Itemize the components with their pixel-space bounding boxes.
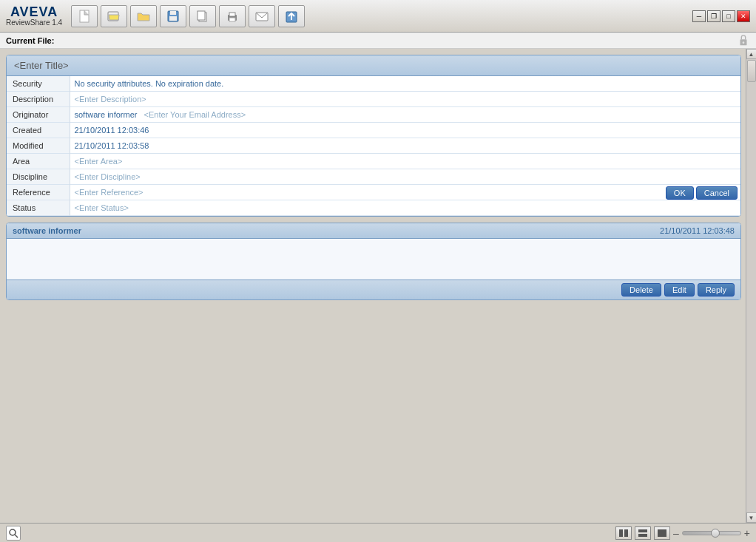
scroll-track[interactable] [746, 59, 756, 512]
area-placeholder: <Enter Area> [75, 157, 123, 166]
svg-rect-4 [170, 11, 176, 15]
status-value[interactable]: <Enter Status> [70, 200, 740, 216]
comment-section: software informer 21/10/2011 12:03:48 De… [6, 223, 741, 300]
main-scrollbar[interactable]: ▲ ▼ [746, 49, 756, 523]
maximize-button[interactable]: □ [722, 10, 735, 22]
modified-row: Modified 21/10/2011 12:03:58 [7, 138, 740, 154]
comment-timestamp: 21/10/2011 12:03:48 [660, 226, 735, 235]
search-button[interactable] [6, 526, 21, 541]
status-bar: – + [0, 523, 756, 542]
form-title-row[interactable]: <Enter Title> [7, 55, 740, 76]
svg-marker-2 [109, 15, 119, 20]
reference-row: Reference <Enter Reference> OK Cancel [7, 185, 740, 200]
modified-date: 21/10/2011 12:03:58 [75, 141, 149, 150]
zoom-slider[interactable] [682, 531, 741, 535]
status-bar-right: – + [615, 526, 750, 540]
discipline-row: Discipline <Enter Discipline> [7, 169, 740, 185]
toolbar-new-btn[interactable] [71, 5, 98, 27]
discipline-label: Discipline [7, 169, 70, 185]
toolbar-copy-btn[interactable] [189, 5, 216, 27]
view-btn-1[interactable] [615, 526, 632, 540]
description-label: Description [7, 92, 70, 107]
created-row: Created 21/10/2011 12:03:46 [7, 123, 740, 138]
ok-button[interactable]: OK [666, 186, 694, 200]
svg-rect-5 [169, 16, 177, 21]
toolbar-export-btn[interactable] [278, 5, 305, 27]
reference-label: Reference [7, 185, 70, 200]
zoom-plus-icon[interactable]: + [744, 527, 750, 539]
description-value[interactable]: <Enter Description> [70, 92, 740, 107]
originator-row: Originator software informer <Enter Your… [7, 107, 740, 123]
lock-icon [737, 34, 750, 47]
status-row: Status <Enter Status> [7, 200, 740, 216]
main-wrapper: <Enter Title> Security No security attri… [0, 49, 756, 523]
area-label: Area [7, 154, 70, 169]
status-label: Status [7, 200, 70, 216]
originator-label: Originator [7, 107, 70, 123]
form-table: Security No security attributes. No expi… [7, 76, 740, 216]
comment-body [7, 239, 740, 280]
discipline-placeholder: <Enter Discipline> [75, 172, 141, 181]
scroll-thumb[interactable] [747, 60, 756, 82]
title-bar-left: AVEVA ReviewShare 1.4 [6, 5, 305, 27]
current-file-label: Current File: [6, 36, 54, 45]
reference-value[interactable]: <Enter Reference> OK Cancel [70, 185, 740, 200]
title-bar: AVEVA ReviewShare 1.4 ─ ❐ □ [0, 0, 756, 33]
svg-rect-19 [624, 529, 628, 537]
svg-point-16 [10, 529, 16, 535]
svg-rect-21 [638, 534, 647, 537]
logo-subtitle: ReviewShare 1.4 [6, 18, 62, 27]
originator-email-placeholder[interactable]: <Enter Your Email Address> [144, 110, 246, 119]
toolbar-open-btn[interactable] [101, 5, 127, 27]
security-value: No security attributes. No expiration da… [70, 76, 740, 92]
description-placeholder: <Enter Description> [75, 95, 146, 104]
toolbar-print-btn[interactable] [219, 5, 246, 27]
form-panel: <Enter Title> Security No security attri… [6, 55, 741, 217]
comment-header: software informer 21/10/2011 12:03:48 [7, 223, 740, 239]
zoom-thumb[interactable] [711, 529, 720, 538]
discipline-value[interactable]: <Enter Discipline> [70, 169, 740, 185]
reference-placeholder: <Enter Reference> [75, 188, 144, 197]
security-label: Security [7, 76, 70, 92]
scroll-up-arrow[interactable]: ▲ [746, 49, 757, 59]
created-label: Created [7, 123, 70, 138]
svg-rect-7 [198, 11, 205, 20]
security-row: Security No security attributes. No expi… [7, 76, 740, 92]
created-date: 21/10/2011 12:03:46 [75, 126, 149, 135]
reply-button[interactable]: Reply [698, 283, 735, 297]
content-area: <Enter Title> Security No security attri… [0, 49, 756, 523]
description-row: Description <Enter Description> [7, 92, 740, 107]
status-placeholder: <Enter Status> [75, 203, 129, 212]
svg-rect-22 [658, 529, 666, 537]
app-logo: AVEVA ReviewShare 1.4 [6, 5, 62, 27]
comment-author: software informer [13, 226, 81, 235]
cancel-button[interactable]: Cancel [696, 186, 738, 200]
status-bar-left [6, 526, 21, 541]
logo-text: AVEVA [10, 5, 58, 18]
minimize-button[interactable]: ─ [692, 10, 706, 22]
toolbar-save-btn[interactable] [160, 5, 186, 27]
form-title-placeholder: <Enter Title> [14, 60, 69, 71]
toolbar-folder-btn[interactable] [130, 5, 157, 27]
svg-rect-18 [619, 529, 623, 537]
view-btn-2[interactable] [635, 526, 651, 540]
modified-value: 21/10/2011 12:03:58 [70, 138, 740, 154]
originator-name: software informer [75, 110, 138, 119]
svg-line-17 [15, 535, 18, 538]
area-value[interactable]: <Enter Area> [70, 154, 740, 169]
svg-rect-20 [638, 529, 647, 532]
edit-button[interactable]: Edit [664, 283, 695, 297]
restore-button[interactable]: ❐ [707, 10, 720, 22]
view-btn-3[interactable] [654, 526, 670, 540]
current-file-bar: Current File: [0, 33, 756, 49]
close-button[interactable]: ✕ [737, 10, 750, 22]
svg-point-15 [743, 41, 745, 44]
toolbar-email-btn[interactable] [249, 5, 275, 27]
comment-footer: Delete Edit Reply [7, 280, 740, 299]
scroll-down-arrow[interactable]: ▼ [746, 512, 757, 523]
zoom-minus-icon[interactable]: – [673, 527, 679, 539]
delete-button[interactable]: Delete [621, 283, 661, 297]
svg-rect-9 [229, 13, 235, 16]
window-controls: ─ ❐ □ ✕ [692, 10, 750, 22]
svg-rect-10 [229, 18, 235, 21]
